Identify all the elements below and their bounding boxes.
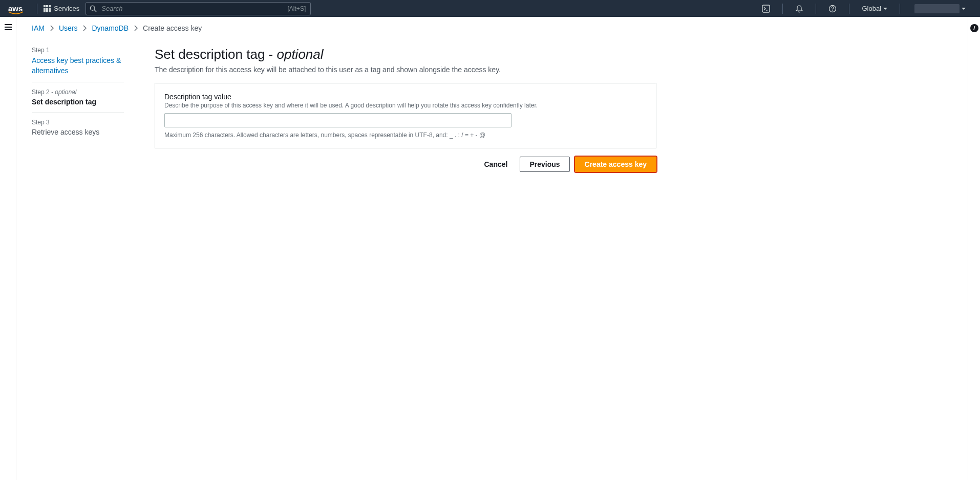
wizard-step-label: Step 2 - optional [32,89,124,96]
nav-divider [849,4,849,14]
action-row: Cancel Previous Create access key [155,157,656,172]
help-icon [828,5,837,13]
aws-swoosh-icon [8,11,24,15]
shell: IAM Users DynamoDB Create access key Ste… [0,17,980,480]
wizard-nav: Step 1 Access key best practices & alter… [32,47,124,172]
region-selector[interactable]: Global [856,5,893,12]
wizard-step-title: Access key best practices & alternatives [32,56,124,76]
form-column: Set description tag - optional The descr… [155,47,656,172]
description-tag-input[interactable] [164,113,512,127]
search-input[interactable] [86,2,311,15]
nav-divider [816,4,816,14]
region-label: Global [862,5,881,12]
create-access-key-button[interactable]: Create access key [575,157,656,172]
left-gutter [0,17,16,480]
services-button[interactable]: Services [44,5,79,12]
account-id-redacted [914,4,960,13]
wizard-step-label: Step 1 [32,47,124,54]
aws-logo[interactable]: aws [8,4,29,13]
wizard-step-label: Step 3 [32,119,124,126]
wizard-step-1[interactable]: Step 1 Access key best practices & alter… [32,47,124,82]
help-button[interactable] [822,0,843,17]
breadcrumb: IAM Users DynamoDB Create access key [32,24,952,32]
info-panel-toggle[interactable]: i [970,24,978,32]
chevron-right-icon [50,25,54,31]
breadcrumb-link-iam[interactable]: IAM [32,24,45,32]
right-gutter: i [968,17,980,480]
nav-divider [900,4,900,14]
wizard-step-2[interactable]: Step 2 - optional Set description tag [32,82,124,112]
page-title: Set description tag - optional [155,47,656,62]
wizard-step-title: Retrieve access keys [32,128,124,136]
previous-button[interactable]: Previous [520,157,569,172]
field-constraint: Maximum 256 characters. Allowed characte… [164,132,647,139]
caret-down-icon [962,8,966,10]
cloudshell-icon [762,5,770,13]
wizard-step-3[interactable]: Step 3 Retrieve access keys [32,112,124,142]
breadcrumb-current: Create access key [143,24,202,32]
bell-icon [795,5,803,13]
notifications-button[interactable] [789,0,809,17]
breadcrumb-link-dynamodb[interactable]: DynamoDB [92,24,129,32]
top-nav: aws Services [Alt+S] Global [0,0,980,17]
svg-point-5 [833,10,834,11]
svg-rect-2 [762,5,770,12]
breadcrumb-link-users[interactable]: Users [59,24,78,32]
svg-line-1 [94,10,96,12]
wizard-step-title: Set description tag [32,98,124,106]
form-panel: Description tag value Describe the purpo… [155,83,656,148]
field-hint: Describe the purpose of this access key … [164,102,647,109]
svg-point-0 [91,6,95,10]
search-icon [90,5,97,12]
chevron-right-icon [134,25,138,31]
page-description: The description for this access key will… [155,66,656,74]
cloudshell-button[interactable] [756,0,776,17]
info-icon: i [973,25,975,31]
chevron-right-icon [82,25,87,31]
nav-divider [782,4,783,14]
grid-icon [44,5,51,12]
account-menu[interactable] [906,4,972,13]
search-shortcut-hint: [Alt+S] [288,5,306,12]
main-area: IAM Users DynamoDB Create access key Ste… [16,17,968,480]
top-nav-right: Global [756,0,972,17]
services-label: Services [54,5,79,12]
cancel-button[interactable]: Cancel [477,157,515,171]
nav-divider [37,4,37,14]
search-wrap: [Alt+S] [86,2,311,15]
field-label: Description tag value [164,93,647,101]
sidebar-toggle[interactable] [5,24,12,30]
caret-down-icon [883,8,887,10]
top-nav-left: aws Services [Alt+S] [8,2,311,15]
content: Step 1 Access key best practices & alter… [32,47,952,172]
